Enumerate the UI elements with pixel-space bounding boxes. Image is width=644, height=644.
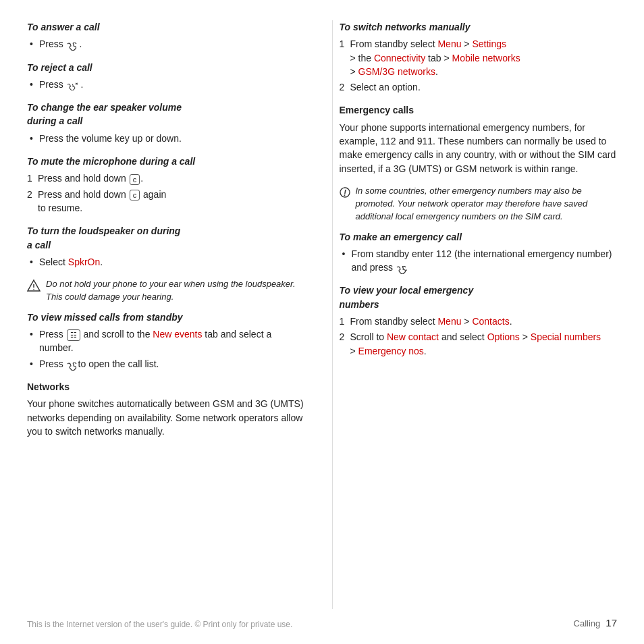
switch-step2: Select an option. — [350, 82, 421, 92]
section-volume: To change the ear speaker volumeduring a… — [27, 101, 305, 145]
call-icon — [66, 41, 77, 49]
loudspeaker-list: Select SpkrOn. — [27, 255, 305, 269]
menu-link: Menu — [437, 316, 461, 327]
num-1: 1 — [340, 37, 345, 51]
list-item: Press . — [27, 37, 305, 51]
list-item: 1 From standby select Menu > Settings> t… — [340, 37, 618, 78]
reject-call-dot: . — [81, 79, 84, 90]
section-mute: To mute the microphone during a call 1 P… — [27, 155, 305, 215]
list-item: Press the volume key up or down. — [27, 132, 305, 145]
section-emergency-calls: Emergency calls Your phone supports inte… — [340, 103, 618, 175]
make-emergency-title: To make an emergency call — [340, 230, 618, 244]
note-text: In some countries, other emergency numbe… — [356, 185, 618, 223]
footer: This is the Internet version of the user… — [27, 609, 617, 630]
make-emergency-list: From standby enter 112 (the internationa… — [340, 247, 618, 275]
reject-call-list: Press . — [27, 78, 305, 91]
gsm3g-link: GSM/3G networks — [358, 66, 435, 77]
new-contact-link: New contact — [387, 331, 439, 342]
new-events-link: New events — [153, 329, 202, 340]
list-item: 2 Scroll to New contact and select Optio… — [340, 330, 618, 358]
section-answer-call: To answer a call Press . — [27, 20, 305, 51]
missed-calls-list: Press ☷ and scroll to the New events tab… — [27, 327, 305, 371]
num-2: 2 — [27, 188, 32, 201]
list-item: Select SpkrOn. — [27, 255, 305, 269]
c-icon: c — [130, 190, 140, 200]
c-icon: c — [130, 174, 140, 185]
note-box: ! In some countries, other emergency num… — [340, 185, 618, 223]
networks-title: Networks — [27, 380, 305, 394]
num-2: 2 — [340, 80, 345, 94]
footer-note: This is the Internet version of the user… — [27, 619, 292, 630]
list-item: Press ☷ and scroll to the New events tab… — [27, 327, 305, 355]
mute-list: 1 Press and hold down c. 2 Press and hol… — [27, 171, 305, 215]
section-loudspeaker: To turn the loudspeaker on duringa call … — [27, 224, 305, 269]
num-2: 2 — [340, 330, 345, 344]
menu-icon: ☷ — [67, 329, 80, 340]
num-1: 1 — [27, 171, 32, 185]
emergency-nos-link: Emergency nos — [358, 346, 424, 356]
section-networks: Networks Your phone switches automatical… — [27, 380, 305, 438]
switch-networks-title: To switch networks manually — [340, 20, 618, 34]
warning-box: Do not hold your phone to your ear when … — [27, 278, 305, 304]
section-reject-call: To reject a call Press . — [27, 61, 305, 92]
list-item: Press to open the call list. — [27, 357, 305, 371]
call-icon — [66, 360, 76, 368]
call-icon — [396, 264, 405, 271]
section-local-emergency: To view your local emergencynumbers 1 Fr… — [340, 284, 618, 357]
svg-point-4 — [33, 289, 34, 290]
reject-call-title: To reject a call — [27, 61, 305, 74]
page: To answer a call Press . — [0, 0, 644, 644]
answer-call-dot: . — [80, 38, 82, 49]
list-item: 1 From standby select Menu > Contacts. — [340, 315, 618, 328]
spkron-link: SpkrOn — [68, 257, 100, 267]
switch-networks-list: 1 From standby select Menu > Settings> t… — [340, 37, 618, 94]
volume-title: To change the ear speaker volumeduring a… — [27, 101, 305, 128]
mute-step1: Press and hold down c. — [38, 173, 143, 184]
missed-step2: Press to open the call list. — [39, 358, 159, 369]
list-item: 1 Press and hold down c. — [27, 171, 305, 185]
options-link: Options — [487, 331, 520, 342]
press-label: Press — [39, 79, 66, 90]
contacts-link: Contacts — [472, 316, 509, 327]
footer-section: Calling — [574, 618, 601, 630]
make-emergency-text: From standby enter 112 (the internationa… — [352, 248, 612, 273]
warning-text: Do not hold your phone to your ear when … — [46, 278, 305, 304]
loudspeaker-title: To turn the loudspeaker on duringa call — [27, 224, 305, 252]
left-column: To answer a call Press . — [27, 20, 312, 609]
warning-icon — [27, 279, 41, 296]
columns: To answer a call Press . — [27, 20, 617, 609]
volume-text: Press the volume key up or down. — [39, 133, 182, 144]
special-numbers-link: Special numbers — [531, 331, 601, 342]
connectivity-link: Connectivity — [374, 53, 425, 63]
section-make-emergency: To make an emergency call From standby e… — [340, 230, 618, 275]
local-emergency-title: To view your local emergencynumbers — [340, 284, 618, 311]
press-label: Press — [39, 38, 66, 49]
emergency-calls-title: Emergency calls — [340, 103, 618, 117]
local-step2: Scroll to New contact and select Options… — [350, 331, 601, 356]
answer-call-title: To answer a call — [27, 20, 305, 34]
list-item: Press . — [27, 78, 305, 91]
list-item: 2 Press and hold down c againto resume. — [27, 188, 305, 215]
mobile-networks-link: Mobile networks — [452, 53, 520, 63]
emergency-calls-body: Your phone supports international emerge… — [340, 121, 618, 176]
missed-calls-title: To view missed calls from standby — [27, 311, 305, 324]
footer-right: Calling 17 — [574, 616, 617, 630]
note-icon: ! — [340, 186, 350, 203]
switch-step1: From standby select Menu > Settings> the… — [350, 38, 520, 77]
section-missed-calls: To view missed calls from standby Press … — [27, 311, 305, 371]
svg-text:!: ! — [344, 188, 346, 197]
num-1: 1 — [340, 315, 345, 328]
mute-title: To mute the microphone during a call — [27, 155, 305, 168]
reject-icon — [66, 80, 78, 88]
answer-call-list: Press . — [27, 37, 305, 51]
loudspeaker-text: Select SpkrOn. — [39, 257, 103, 267]
volume-list: Press the volume key up or down. — [27, 132, 305, 145]
list-item: From standby enter 112 (the internationa… — [340, 247, 618, 275]
networks-body: Your phone switches automatically betwee… — [27, 397, 305, 438]
local-step1: From standby select Menu > Contacts. — [350, 316, 512, 327]
section-switch-networks: To switch networks manually 1 From stand… — [340, 20, 618, 94]
local-emergency-list: 1 From standby select Menu > Contacts. 2… — [340, 315, 618, 358]
list-item: 2 Select an option. — [340, 80, 618, 94]
footer-page: 17 — [606, 616, 617, 630]
right-column: To switch networks manually 1 From stand… — [332, 20, 618, 609]
